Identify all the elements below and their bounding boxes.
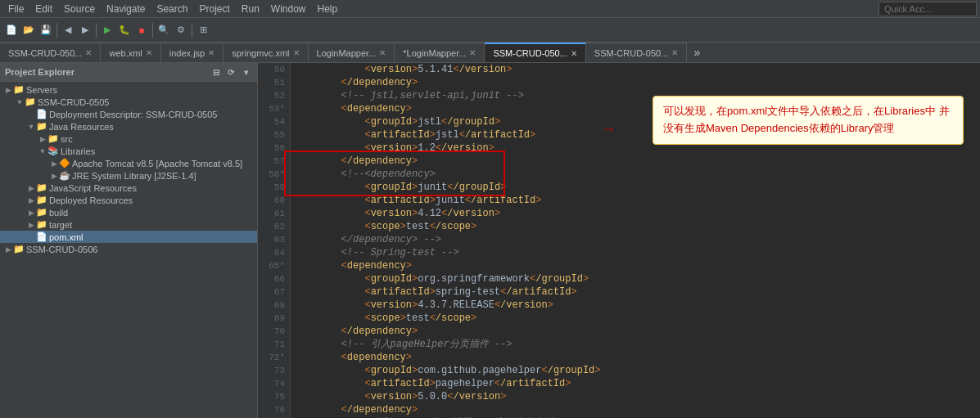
line-number-50: 50: [263, 63, 285, 76]
menu-navigate[interactable]: Navigate: [102, 2, 150, 16]
tab-loginmapper-2[interactable]: *LoginMapper... ✕: [395, 43, 485, 62]
quick-access-input[interactable]: [878, 2, 977, 16]
line-number-51: 51: [263, 76, 285, 89]
sidebar-menu-icon[interactable]: ▾: [239, 65, 252, 79]
tree-icon-build: 📁: [36, 207, 47, 218]
tree-item-src[interactable]: ▶📁src: [0, 133, 257, 145]
toolbar-search[interactable]: 🔍: [156, 22, 172, 38]
menu-search[interactable]: Search: [151, 2, 192, 16]
tree-item-apache-tomcat[interactable]: ▶🔶Apache Tomcat v8.5 [Apache Tomcat v8.5…: [0, 157, 257, 169]
tree-item-java-resources[interactable]: ▼📁Java Resources: [0, 120, 257, 133]
tab-index-jsp[interactable]: index.jsp ✕: [161, 43, 224, 62]
tree-arrow-java-resources: ▼: [26, 123, 36, 131]
toolbar-save[interactable]: 💾: [38, 22, 54, 38]
code-line-76: </dependency>: [294, 403, 977, 416]
tab-more[interactable]: »: [687, 44, 707, 62]
code-line-60: <artifactId>junit</artifactId>: [294, 194, 977, 207]
line-number-52: 52: [263, 89, 285, 102]
code-line-74: <artifactId>pagehelper</artifactId>: [294, 377, 977, 390]
code-line-67: <artifactId>spring-test</artifactId>: [294, 285, 977, 299]
menu-run[interactable]: Run: [237, 2, 264, 16]
code-line-66: <groupId>org.springframework</groupId>: [294, 272, 977, 285]
tree-icon-target: 📁: [36, 219, 47, 230]
line-number-56: 56: [263, 142, 285, 155]
tree-label-pom-xml: pom.xml: [49, 232, 84, 242]
tab-ssm-crud-1[interactable]: SSM-CRUD-050... ✕: [0, 43, 101, 62]
tab-ssm-crud-1-label: SSM-CRUD-050...: [8, 48, 82, 58]
toolbar-back[interactable]: ◀: [60, 22, 76, 38]
tab-loginmapper-1-close[interactable]: ✕: [379, 48, 386, 57]
tree-item-libraries[interactable]: ▼📚Libraries: [0, 145, 257, 157]
menu-source[interactable]: Source: [59, 2, 100, 16]
tree-arrow-javascript-resources: ▶: [26, 184, 36, 192]
toolbar: 📄 📂 💾 ◀ ▶ ▶ 🐛 ■ 🔍 ⚙ ⊞: [0, 18, 980, 43]
tree-item-pom-xml[interactable]: 📄pom.xml: [0, 231, 257, 243]
tab-ssm-crud-2[interactable]: SSM-CRUD-050... ✕: [485, 43, 585, 62]
tree-label-apache-tomcat: Apache Tomcat v8.5 [Apache Tomcat v8.5]: [72, 159, 242, 169]
tab-springmvc-xml-label: springmvc.xml: [232, 48, 289, 58]
toolbar-open[interactable]: 📂: [20, 22, 37, 38]
tab-web-xml[interactable]: web.xml ✕: [101, 43, 160, 62]
tab-ssm-crud-2-close[interactable]: ✕: [571, 49, 577, 58]
menu-file[interactable]: File: [3, 2, 29, 16]
code-line-63: </dependency> -->: [294, 233, 977, 246]
main-area: Project Explorer ⊟ ⟳ ▾ ▶📁Servers▼📁SSM-CR…: [0, 63, 980, 418]
annotation-arrow-icon: →: [604, 121, 613, 137]
tree-item-deployed-resources[interactable]: ▶📁Deployed Resources: [0, 194, 257, 206]
line-number-63: 63: [263, 233, 285, 246]
tab-ssm-crud-1-close[interactable]: ✕: [85, 48, 92, 57]
tab-loginmapper-1-label: LoginMapper...: [317, 48, 377, 58]
tabs-bar: SSM-CRUD-050... ✕ web.xml ✕ index.jsp ✕ …: [0, 43, 980, 63]
tree-item-ssm-crud-0505[interactable]: ▼📁SSM-CRUD-0505: [0, 96, 257, 108]
tab-ssm-crud-3[interactable]: SSM-CRUD-050... ✕: [586, 43, 687, 62]
sidebar-collapse-icon[interactable]: ⊟: [210, 65, 223, 79]
tree-icon-pom-xml: 📄: [36, 231, 47, 242]
tab-ssm-crud-3-label: SSM-CRUD-050...: [594, 48, 668, 58]
menu-project[interactable]: Project: [194, 2, 234, 16]
tree-item-javascript-resources[interactable]: ▶📁JavaScript Resources: [0, 182, 257, 194]
toolbar-run[interactable]: ▶: [99, 22, 115, 38]
tab-index-jsp-close[interactable]: ✕: [208, 48, 215, 57]
tree-item-deployment-descriptor[interactable]: 📄Deployment Descriptor: SSM-CRUD-0505: [0, 108, 257, 120]
tree-label-deployment-descriptor: Deployment Descriptor: SSM-CRUD-0505: [49, 110, 217, 119]
toolbar-settings[interactable]: ⚙: [173, 22, 189, 38]
tab-loginmapper-1[interactable]: LoginMapper... ✕: [309, 43, 395, 62]
toolbar-debug[interactable]: 🐛: [116, 22, 133, 38]
tree-arrow-target: ▶: [26, 221, 36, 229]
code-line-57: </dependency>: [294, 155, 977, 168]
code-line-73: <groupId>com.github.pagehelper</groupId>: [294, 364, 977, 377]
code-line-69: <scope>test</scope>: [294, 312, 977, 325]
line-number-67: 67: [263, 285, 285, 299]
code-line-72: <dependency>: [294, 351, 977, 364]
tab-loginmapper-2-close[interactable]: ✕: [469, 48, 476, 57]
toolbar-sep-4: [192, 23, 192, 38]
sidebar-sync-icon[interactable]: ⟳: [224, 65, 237, 79]
tree-item-servers[interactable]: ▶📁Servers: [0, 83, 257, 96]
tab-ssm-crud-3-close[interactable]: ✕: [671, 48, 678, 57]
tree-item-build[interactable]: ▶📁build: [0, 206, 257, 218]
line-numbers: 50515253*5455565758*59606162636465*66676…: [258, 63, 291, 418]
toolbar-stop[interactable]: ■: [133, 22, 150, 38]
tree-arrow-servers: ▶: [3, 86, 13, 94]
toolbar-sep-1: [56, 23, 57, 38]
tree-label-build: build: [49, 208, 68, 218]
menu-window[interactable]: Window: [266, 2, 311, 16]
tree-item-jre-system[interactable]: ▶☕JRE System Library [J2SE-1.4]: [0, 169, 257, 182]
menu-edit[interactable]: Edit: [30, 2, 57, 16]
toolbar-new[interactable]: 📄: [3, 22, 20, 38]
tree-item-ssm-crud-0506[interactable]: ▶📁SSM-CRUD-0506: [0, 243, 257, 255]
tree-icon-libraries: 📚: [47, 146, 59, 156]
toolbar-perspective[interactable]: ⊞: [195, 22, 211, 38]
code-line-61: <version>4.12</version>: [294, 207, 977, 220]
tab-web-xml-close[interactable]: ✕: [146, 48, 152, 57]
menu-help[interactable]: Help: [313, 2, 343, 16]
line-number-69: 69: [263, 312, 285, 325]
toolbar-forward[interactable]: ▶: [77, 22, 93, 38]
tab-springmvc-xml-close[interactable]: ✕: [293, 48, 300, 57]
tree-label-src: src: [61, 134, 73, 144]
tree-label-libraries: Libraries: [61, 146, 95, 156]
code-line-64: <!-- Spring-test -->: [294, 246, 977, 259]
tab-springmvc-xml[interactable]: springmvc.xml ✕: [224, 43, 308, 62]
code-line-59: <groupId>junit</groupId>: [294, 181, 977, 194]
tree-item-target[interactable]: ▶📁target: [0, 218, 257, 231]
